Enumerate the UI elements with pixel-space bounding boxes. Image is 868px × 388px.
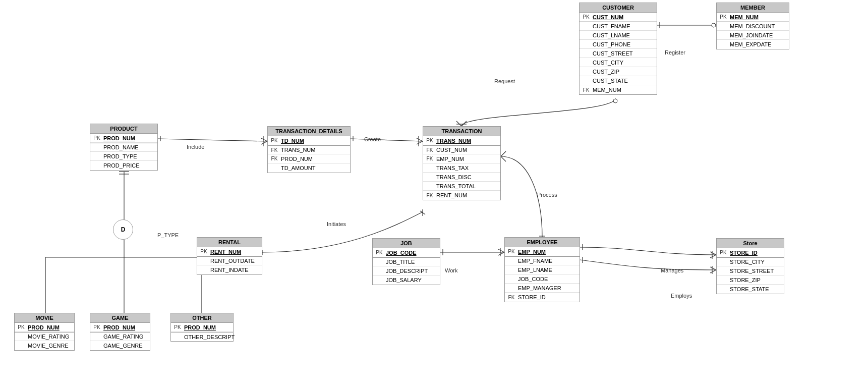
field-name-movie-1: MOVIE_RATING: [28, 334, 69, 340]
field-row-game-1: GAME_RATING: [90, 332, 150, 341]
field-name-customer-2: CUST_LNAME: [593, 32, 630, 38]
field-name-product-3: PROD_PRICE: [103, 162, 140, 169]
rel-label-manages: Manages: [661, 267, 683, 273]
entity-member: MEMBERPKMEM_NUMMEM_DISCOUNTMEM_JOINDATEM…: [716, 3, 789, 49]
field-name-job-0: JOB_CODE: [386, 250, 417, 256]
field-row-product-3: PROD_PRICE: [90, 161, 157, 170]
field-name-member-3: MEM_EXPDATE: [730, 41, 771, 47]
field-name-store-4: STORE_STATE: [730, 286, 769, 292]
key-label-movie-0: PK: [17, 324, 26, 330]
field-name-transaction_details-1: TRANS_NUM: [281, 147, 315, 153]
field-row-job-0: PKJOB_CODE: [373, 248, 440, 257]
entity-transaction_details: TRANSACTION_DETAILSPKTD_NUMFKTRANS_NUMFK…: [267, 126, 351, 173]
field-row-employee-2: EMP_LNAME: [505, 265, 580, 274]
field-name-employee-5: STORE_ID: [518, 294, 546, 300]
svg-line-30: [710, 252, 716, 255]
field-row-member-1: MEM_DISCOUNT: [717, 22, 789, 31]
svg-line-19: [501, 156, 506, 161]
key-label-employee-0: PK: [507, 249, 516, 254]
field-row-rental-2: RENT_INDATE: [197, 265, 262, 274]
field-name-employee-1: EMP_FNAME: [518, 258, 552, 264]
key-label-store-0: PK: [719, 250, 728, 255]
field-row-customer-2: CUST_LNAME: [580, 31, 657, 40]
field-row-transaction-0: PKTRANS_NUM: [423, 136, 500, 145]
field-row-transaction-2: FKEMP_NUM: [423, 154, 500, 163]
entity-game: GAMEPKPROD_NUMGAME_RATINGGAME_GENRE: [90, 313, 150, 351]
disjoint-circle: D: [113, 219, 133, 240]
field-row-movie-0: PKPROD_NUM: [15, 323, 74, 332]
field-name-product-2: PROD_TYPE: [103, 153, 137, 159]
svg-line-0: [158, 139, 267, 141]
field-row-job-1: JOB_TITLE: [373, 257, 440, 266]
field-row-job-3: JOB_SALARY: [373, 275, 440, 285]
field-name-member-1: MEM_DISCOUNT: [730, 23, 775, 29]
entity-header-other: OTHER: [171, 313, 233, 323]
key-label-customer-0: PK: [582, 14, 591, 20]
field-name-job-3: JOB_SALARY: [386, 277, 422, 283]
field-name-customer-0: CUST_NUM: [593, 14, 623, 20]
key-label-other-0: PK: [173, 324, 182, 330]
field-row-rental-0: PKRENT_NUM: [197, 247, 262, 256]
field-name-transaction-0: TRANS_NUM: [436, 138, 471, 144]
svg-line-5: [351, 139, 423, 141]
key-label-transaction_details-2: FK: [270, 156, 279, 161]
entity-other: OTHERPKPROD_NUMOTHER_DESCRIPT: [170, 313, 234, 342]
field-name-employee-2: EMP_LNAME: [518, 267, 552, 273]
field-row-transaction-5: TRANS_TOTAL: [423, 182, 500, 191]
svg-line-18: [501, 151, 506, 156]
field-row-transaction_details-3: TD_AMOUNT: [268, 163, 350, 173]
field-row-customer-4: CUST_STREET: [580, 49, 657, 58]
rel-label-initiates: Initiates: [327, 221, 346, 227]
key-label-rental-0: PK: [199, 249, 208, 254]
field-row-transaction-4: TRANS_DISC: [423, 173, 500, 182]
field-row-transaction-6: FKRENT_NUM: [423, 191, 500, 200]
key-label-employee-5: FK: [507, 295, 516, 300]
field-name-store-3: STORE_ZIP: [730, 277, 761, 283]
svg-point-13: [613, 99, 617, 103]
field-row-member-2: MEM_JOINDATE: [717, 31, 789, 40]
field-name-customer-7: CUST_STATE: [593, 78, 628, 84]
field-row-game-0: PKPROD_NUM: [90, 323, 150, 332]
entity-store: StorePKSTORE_IDSTORE_CITYSTORE_STREETSTO…: [716, 238, 784, 294]
svg-line-27: [498, 252, 504, 255]
svg-line-3: [261, 141, 267, 144]
field-row-store-3: STORE_ZIP: [717, 275, 784, 285]
key-label-transaction-6: FK: [425, 193, 434, 198]
entity-header-member: MEMBER: [717, 3, 789, 13]
field-row-customer-1: CUST_FNAME: [580, 22, 657, 31]
erd-diagram: CUSTOMERPKCUST_NUMCUST_FNAMECUST_LNAMECU…: [0, 0, 868, 388]
rel-label-employs: Employs: [671, 293, 692, 299]
entity-rental: RENTALPKRENT_NUMRENT_OUTDATERENT_INDATE: [197, 237, 262, 275]
entity-product: PRODUCTPKPROD_NUMPROD_NAMEPROD_TYPEPROD_…: [90, 124, 158, 171]
field-row-movie-2: MOVIE_GENRE: [15, 341, 74, 350]
field-name-member-0: MEM_NUM: [730, 14, 759, 20]
entity-header-customer: CUSTOMER: [580, 3, 657, 13]
field-row-store-4: STORE_STATE: [717, 285, 784, 294]
entity-header-transaction: TRANSACTION: [423, 127, 500, 136]
rel-label-register: Register: [665, 49, 685, 56]
entity-header-store: Store: [717, 239, 784, 248]
svg-line-11: [461, 121, 467, 126]
key-label-transaction_details-1: FK: [270, 147, 279, 153]
field-name-product-1: PROD_NAME: [103, 144, 139, 150]
entity-header-game: GAME: [90, 313, 150, 323]
field-row-employee-0: PKEMP_NUM: [505, 247, 580, 256]
field-name-rental-2: RENT_INDATE: [210, 267, 249, 273]
field-row-employee-3: JOB_CODE: [505, 274, 580, 284]
field-row-customer-6: CUST_ZIP: [580, 67, 657, 76]
key-label-member-0: PK: [719, 14, 728, 20]
field-row-game-2: GAME_GENRE: [90, 341, 150, 350]
field-name-other-1: OTHER_DESCRIPT: [184, 334, 235, 340]
field-row-customer-7: CUST_STATE: [580, 76, 657, 85]
field-row-transaction_details-0: PKTD_NUM: [268, 136, 350, 145]
entity-header-employee: EMPLOYEE: [505, 238, 580, 247]
svg-line-10: [456, 121, 461, 126]
rel-label-p_type: P_TYPE: [157, 232, 179, 238]
key-label-job-0: PK: [375, 250, 384, 255]
svg-line-2: [261, 138, 267, 141]
field-name-game-2: GAME_GENRE: [103, 343, 143, 349]
entity-employee: EMPLOYEEPKEMP_NUMEMP_FNAMEEMP_LNAMEJOB_C…: [504, 237, 580, 302]
field-row-transaction-3: TRANS_TAX: [423, 163, 500, 173]
field-row-transaction-1: FKCUST_NUM: [423, 145, 500, 154]
rel-label-include: Include: [187, 144, 204, 150]
